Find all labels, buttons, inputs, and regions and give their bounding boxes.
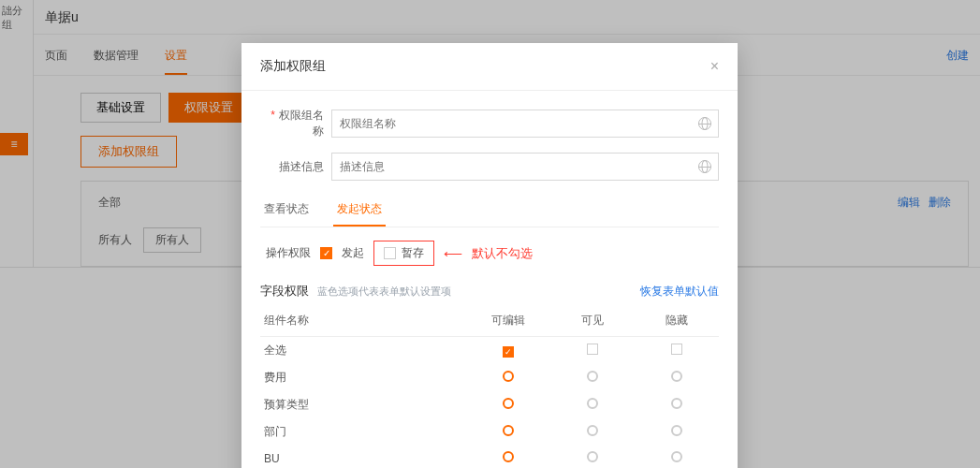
op-perm-label: 操作权限 (260, 245, 311, 261)
table-row: BU (260, 446, 719, 468)
group-name-label: 权限组名称 (260, 108, 324, 139)
col-editable: 可编辑 (466, 305, 550, 337)
editable-radio[interactable] (503, 425, 514, 436)
initiate-checkbox[interactable] (320, 247, 332, 259)
row-name: BU (260, 446, 466, 468)
globe-icon[interactable] (698, 160, 711, 173)
row-name: 费用 (260, 364, 466, 391)
tempsave-label: 暂存 (402, 245, 424, 261)
arrow-icon: ⟵ (444, 246, 462, 261)
hidden-radio[interactable] (671, 398, 682, 409)
hidden-checkbox[interactable] (671, 344, 682, 355)
row-name: 预算类型 (260, 391, 466, 418)
annotation-text: 默认不勾选 (472, 245, 533, 262)
field-permission-table: 组件名称 可编辑 可见 隐藏 全选费用预算类型部门BU (260, 305, 719, 468)
table-row: 费用 (260, 364, 719, 391)
editable-radio[interactable] (503, 371, 514, 382)
row-name: 全选 (260, 337, 466, 365)
tempsave-highlight-box: 暂存 (373, 241, 434, 266)
editable-radio[interactable] (503, 398, 514, 409)
col-hidden: 隐藏 (635, 305, 719, 337)
editable-radio[interactable] (503, 451, 514, 462)
visible-radio[interactable] (587, 451, 598, 462)
add-permission-group-modal: 添加权限组 × 权限组名称 描述信息 查看状态 发起状态 操作权限 发起 (241, 43, 738, 468)
field-perm-title: 字段权限 (260, 284, 309, 298)
group-name-input[interactable] (331, 110, 719, 138)
col-name: 组件名称 (260, 305, 466, 337)
hidden-radio[interactable] (671, 451, 682, 462)
initiate-label: 发起 (342, 245, 364, 261)
tab-view-state[interactable]: 查看状态 (260, 194, 313, 227)
editable-checkbox[interactable] (503, 346, 514, 358)
modal-title: 添加权限组 (260, 58, 326, 75)
visible-radio[interactable] (587, 371, 598, 382)
field-perm-hint: 蓝色选项代表表单默认设置项 (317, 285, 451, 297)
table-row: 预算类型 (260, 391, 719, 418)
desc-input[interactable] (331, 153, 719, 181)
tempsave-checkbox[interactable] (384, 247, 396, 259)
globe-icon[interactable] (698, 117, 711, 130)
close-icon[interactable]: × (710, 58, 719, 75)
desc-label: 描述信息 (260, 159, 324, 175)
tab-initiate-state[interactable]: 发起状态 (333, 194, 386, 227)
visible-radio[interactable] (587, 398, 598, 409)
row-name: 部门 (260, 418, 466, 446)
restore-default-link[interactable]: 恢复表单默认值 (640, 284, 719, 300)
visible-radio[interactable] (587, 425, 598, 436)
table-row: 部门 (260, 418, 719, 446)
table-row: 全选 (260, 337, 719, 365)
hidden-radio[interactable] (671, 425, 682, 436)
col-visible: 可见 (550, 305, 635, 337)
hidden-radio[interactable] (671, 371, 682, 382)
visible-checkbox[interactable] (587, 344, 598, 355)
